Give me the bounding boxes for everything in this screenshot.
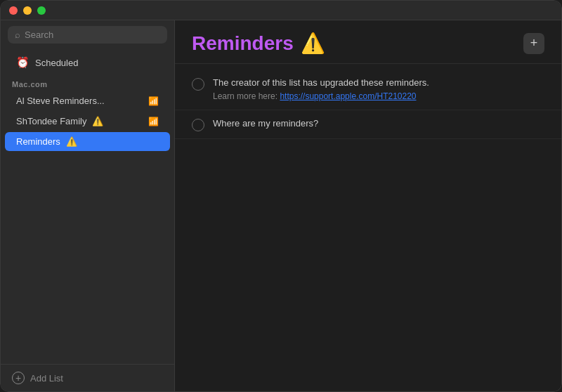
sidebar-item-reminders[interactable]: Reminders ⚠️ (5, 132, 170, 151)
search-bar[interactable]: ⌕ Search (8, 26, 167, 44)
minimize-button[interactable] (23, 6, 32, 15)
sidebar-item-al-steve[interactable]: Al Steve Reminders... 📶 (5, 91, 170, 110)
main-header: Reminders ⚠️ + (175, 20, 561, 64)
scheduled-icon: ⏰ (16, 56, 30, 69)
reminders-label: Reminders (16, 136, 60, 147)
reminder-text-1: The creator of this list has upgraded th… (213, 77, 544, 103)
main-panel: Reminders ⚠️ + The creator of this list … (175, 20, 561, 391)
reminder-title-2: Where are my reminders? (213, 117, 544, 130)
search-placeholder: Search (25, 30, 53, 40)
wifi-icon-shtondee: 📶 (148, 117, 159, 126)
close-button[interactable] (9, 6, 18, 15)
sidebar-item-scheduled[interactable]: ⏰ Scheduled (5, 52, 170, 73)
reminder-link-1[interactable]: https://support.apple.com/HT210220 (280, 91, 416, 101)
reminder-text-2: Where are my reminders? (213, 117, 544, 130)
sidebar-footer: + Add List (1, 364, 174, 391)
add-reminder-button[interactable]: + (523, 33, 544, 54)
sidebar-item-shtondee[interactable]: ShTondee Family ⚠️ 📶 (5, 112, 170, 131)
scheduled-label: Scheduled (35, 58, 78, 68)
warning-icon-reminders: ⚠️ (66, 136, 77, 147)
warning-icon-shtondee: ⚠️ (92, 116, 103, 126)
add-list-icon: + (12, 372, 25, 384)
reminder-checkbox-1[interactable] (192, 78, 204, 91)
sidebar: ⌕ Search ⏰ Scheduled Mac.com Al Steve Re… (1, 20, 175, 391)
add-list-label: Add List (30, 373, 63, 384)
add-list-button[interactable]: + Add List (12, 372, 163, 384)
reminder-checkbox-2[interactable] (192, 119, 204, 131)
wifi-icon-al-steve: 📶 (148, 96, 159, 106)
shtondee-label: ShTondee Family (16, 116, 86, 126)
maximize-button[interactable] (37, 6, 46, 15)
main-title: Reminders ⚠️ (192, 32, 523, 55)
main-title-warning: ⚠️ (301, 32, 325, 55)
search-icon: ⌕ (15, 30, 20, 40)
app-window: ⌕ Search ⏰ Scheduled Mac.com Al Steve Re… (0, 0, 562, 392)
al-steve-label: Al Steve Reminders... (16, 96, 105, 106)
reminder-item-1: The creator of this list has upgraded th… (175, 70, 561, 110)
reminder-item-2: Where are my reminders? (175, 110, 561, 139)
reminder-subtitle-1: Learn more here: https://support.apple.c… (213, 91, 544, 103)
sidebar-nav: ⏰ Scheduled Mac.com Al Steve Reminders..… (1, 49, 174, 364)
main-content: ⌕ Search ⏰ Scheduled Mac.com Al Steve Re… (1, 20, 561, 391)
reminder-title-1: The creator of this list has upgraded th… (213, 77, 544, 89)
reminders-list: The creator of this list has upgraded th… (175, 64, 561, 391)
section-label-maccom: Mac.com (1, 74, 174, 91)
main-title-text: Reminders (192, 32, 294, 55)
reminder-subtitle-text-1: Learn more here: (213, 91, 280, 101)
title-bar (1, 1, 561, 20)
